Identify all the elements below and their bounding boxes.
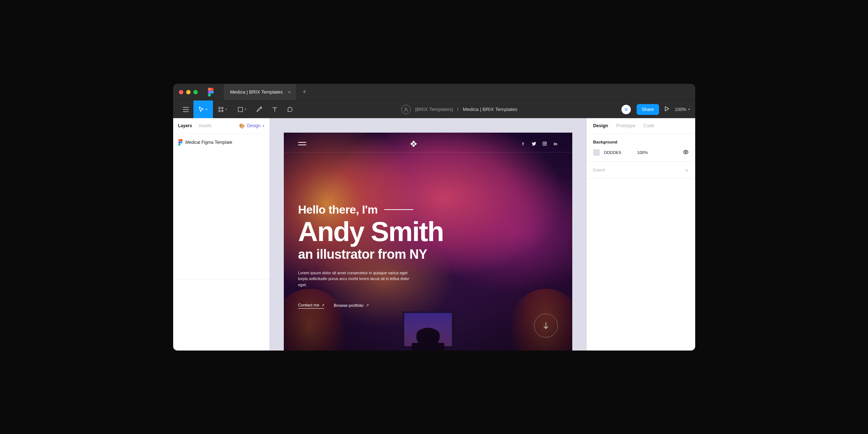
visibility-toggle-icon[interactable]: [683, 149, 689, 156]
scroll-down-button[interactable]: [534, 314, 558, 338]
file-name[interactable]: Medica | BRIX Templates: [463, 107, 517, 112]
color-opacity-value[interactable]: 100%: [637, 150, 648, 155]
present-button[interactable]: [665, 106, 669, 113]
right-panel-tabs: Design Prototype Code: [587, 118, 695, 134]
instagram-icon[interactable]: [543, 142, 547, 146]
pen-tool[interactable]: [252, 100, 267, 118]
svg-point-2: [405, 108, 407, 109]
hamburger-menu-icon[interactable]: [298, 142, 306, 145]
svg-point-5: [625, 109, 626, 111]
chevron-down-icon: ▾: [206, 108, 207, 111]
tab-layers[interactable]: Layers: [178, 123, 192, 128]
hero-description: Lorem ipsum dolor sit amet consectetur i…: [298, 270, 418, 288]
toolbar-left-group: ▾ ▾ ▾: [178, 101, 298, 118]
tab-assets[interactable]: Assets: [198, 123, 211, 128]
layer-name: Medical Figma Template: [185, 140, 232, 145]
svg-point-6: [627, 109, 628, 111]
collaborator-avatar[interactable]: [621, 105, 631, 114]
design-artboard[interactable]: f in Hello there, I'm Andy Smith an illu…: [284, 133, 572, 351]
chevron-down-icon: ▾: [245, 108, 246, 111]
chevron-down-icon: ▾: [226, 108, 227, 111]
svg-point-7: [180, 141, 183, 143]
share-button[interactable]: Share: [637, 104, 659, 115]
tab-design[interactable]: Design: [593, 123, 608, 128]
svg-point-0: [211, 91, 214, 94]
linkedin-icon[interactable]: in: [553, 142, 558, 146]
hero-name: Andy Smith: [298, 219, 558, 245]
move-tool[interactable]: ▾: [193, 100, 213, 118]
main-menu-button[interactable]: [178, 100, 193, 118]
svg-rect-1: [238, 107, 243, 112]
palette-icon: 🎨: [239, 123, 245, 129]
svg-point-4: [627, 108, 628, 109]
left-panel: Layers Assets 🎨 Design ▾: [173, 118, 269, 351]
site-logo-icon: [410, 141, 417, 147]
new-tab-button[interactable]: +: [296, 88, 313, 96]
comment-tool[interactable]: [282, 100, 298, 118]
close-window-button[interactable]: [179, 90, 183, 94]
browse-portfolio-link[interactable]: Browse portfolio ↗: [334, 303, 368, 309]
svg-point-11: [685, 151, 687, 153]
owner-avatar[interactable]: [401, 105, 411, 114]
owner-name[interactable]: [BRIX Templates]: [415, 107, 453, 112]
text-tool[interactable]: [267, 100, 282, 118]
social-links: f in: [521, 142, 558, 146]
tab-title: Medica | BRIX Templates: [230, 89, 283, 95]
frame-tool[interactable]: ▾: [213, 100, 232, 118]
zoom-value: 100%: [675, 107, 687, 112]
export-label: Export: [593, 168, 605, 172]
chevron-down-icon: ▾: [688, 108, 690, 111]
minimize-window-button[interactable]: [186, 90, 191, 94]
browse-label: Browse portfolio: [334, 303, 363, 308]
tab-prototype[interactable]: Prototype: [616, 123, 636, 128]
pages-dropdown[interactable]: 🎨 Design ▾: [239, 123, 264, 129]
background-section: Background DDDDE9 100%: [587, 134, 695, 162]
arrow-up-right-icon: ↗: [321, 303, 324, 307]
figma-app-window: Medica | BRIX Templates × + ▾ ▾ ▾: [173, 84, 695, 351]
hero-greeting: Hello there, I'm: [298, 203, 558, 216]
right-panel: Design Prototype Code Background DDDDE9 …: [587, 118, 695, 351]
hero-cta-row: Contact me ↗ Browse portfolio ↗: [298, 303, 558, 309]
site-header: f in: [284, 133, 572, 152]
left-panel-bottom: [173, 279, 269, 351]
shape-tool[interactable]: ▾: [232, 100, 252, 118]
hero-subtitle: an illustrator from NY: [298, 247, 558, 262]
layers-list: Medical Figma Template: [173, 134, 269, 279]
svg-point-10: [546, 142, 546, 143]
hero-section: Hello there, I'm Andy Smith an illustrat…: [284, 152, 572, 309]
main-toolbar: ▾ ▾ ▾ [BRIX Templates]: [173, 100, 695, 118]
export-section: Export +: [587, 162, 695, 179]
divider-line: [384, 209, 413, 210]
svg-point-3: [625, 108, 626, 109]
left-panel-tabs: Layers Assets 🎨 Design ▾: [173, 118, 269, 134]
toolbar-right-group: Share 100% ▾: [621, 104, 690, 115]
figma-file-icon: [178, 139, 183, 146]
color-swatch[interactable]: [593, 149, 600, 156]
canvas[interactable]: f in Hello there, I'm Andy Smith an illu…: [269, 118, 587, 351]
pages-dropdown-label: Design: [247, 123, 260, 128]
zoom-control[interactable]: 100% ▾: [675, 107, 690, 112]
contact-link[interactable]: Contact me ↗: [298, 303, 325, 309]
hero-greeting-text: Hello there, I'm: [298, 203, 378, 216]
figma-logo-icon: [208, 88, 214, 96]
tab-code[interactable]: Code: [643, 123, 654, 128]
color-hex-value[interactable]: DDDDE9: [604, 150, 633, 155]
svg-rect-8: [543, 142, 547, 146]
workspace: Layers Assets 🎨 Design ▾: [173, 118, 695, 351]
toolbar-center-group: [BRIX Templates] / Medica | BRIX Templat…: [401, 105, 517, 114]
twitter-icon[interactable]: [532, 142, 536, 146]
add-export-button[interactable]: +: [685, 167, 689, 173]
contact-label: Contact me: [298, 303, 320, 307]
file-tab[interactable]: Medica | BRIX Templates ×: [224, 84, 296, 100]
background-title: Background: [593, 140, 689, 144]
close-tab-icon[interactable]: ×: [288, 89, 291, 95]
layer-item[interactable]: Medical Figma Template: [178, 137, 264, 148]
title-bar: Medica | BRIX Templates × +: [173, 84, 695, 100]
facebook-icon[interactable]: f: [521, 142, 525, 146]
svg-point-9: [544, 143, 545, 144]
maximize-window-button[interactable]: [193, 90, 198, 94]
background-color-row: DDDDE9 100%: [593, 149, 689, 156]
arrow-up-right-icon: ↗: [366, 303, 369, 307]
window-controls: [179, 90, 198, 94]
breadcrumb-separator: /: [457, 107, 458, 112]
